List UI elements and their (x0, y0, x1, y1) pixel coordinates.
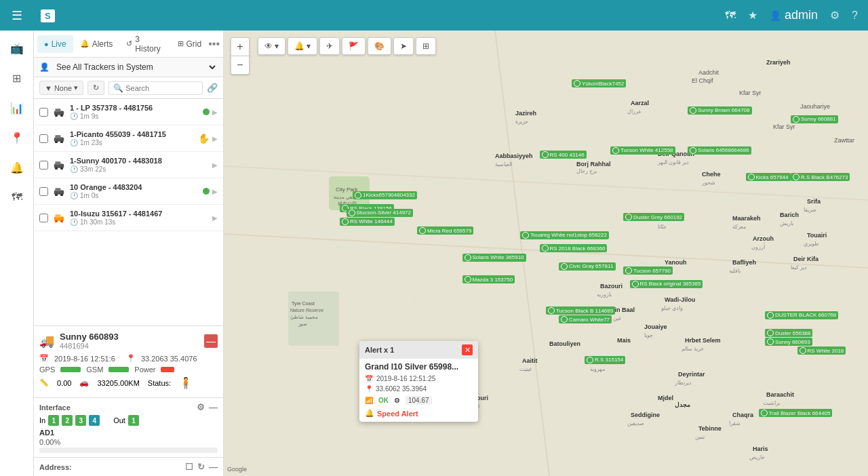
map-marker[interactable]: Sunny Brown 664708 (688, 106, 752, 115)
map-marker[interactable]: RS Black original 385385 (630, 280, 703, 288)
map-tool-send[interactable]: ✈ (319, 37, 340, 55)
iconbar-map[interactable]: 🗺 (5, 185, 29, 210)
tracker-item[interactable]: 10-Isuzu 315617 - 4481467 🕐 1h 30m 13s ▶ (34, 205, 223, 231)
svg-text:جنّاتا: جنّاتا (658, 224, 667, 230)
map-marker[interactable]: Sunny 660893 (765, 338, 812, 346)
map-marker[interactable]: Tucson White 412558 (610, 146, 675, 155)
tab-history[interactable]: ↺ 3 History (119, 31, 170, 58)
address-refresh-icon[interactable]: ↻ (197, 462, 205, 472)
tracker-checkbox[interactable] (39, 214, 48, 222)
map-marker[interactable]: Trail Blazer Black 664405 (759, 409, 833, 417)
map-tool-compass[interactable]: ➤ (393, 37, 414, 55)
map-marker[interactable]: RS White 146444 (340, 218, 395, 226)
map-marker[interactable]: Solaris 64568664686 (688, 146, 751, 155)
tracker-item[interactable]: 10 Orange - 4483204 🕐 1m 0s ▶ (34, 178, 223, 205)
address-collapse-icon[interactable]: — (209, 462, 218, 472)
tracker-name: 10-Isuzu 315617 - 4481467 (70, 210, 210, 218)
detail-datetime-row: 📅 2019-8-16 12:51:6 📍 33.2063 35.4076 (39, 354, 218, 363)
map-marker[interactable]: Tucson Black B 114689 (546, 306, 615, 315)
star-icon[interactable]: ★ (748, 9, 757, 22)
tab-alerts[interactable]: 🔔 Alerts (73, 35, 120, 53)
map-marker[interactable]: 1Kicks657904804332 (353, 191, 417, 199)
map-marker[interactable]: Duster Grey 660192 (623, 213, 684, 221)
iconbar-chart[interactable]: 📊 (5, 96, 29, 120)
settings-icon[interactable]: ⚙ (830, 9, 840, 22)
zoom-out-button[interactable]: − (231, 56, 250, 75)
svg-text:بازوريه: بازوريه (597, 292, 612, 298)
tracker-info: 1 - LP 357378 - 4481756 🕐 1m 9s (70, 104, 200, 120)
detail-collapse-button[interactable]: — (204, 334, 218, 348)
map-icon[interactable]: 🗺 (725, 9, 736, 22)
tracker-selector[interactable]: 👤 See All Trackers in System (34, 58, 223, 77)
map-marker[interactable]: Solaris White 365910 (462, 254, 526, 262)
tracker-info: 10-Isuzu 315617 - 4481467 🕐 1h 30m 13s (70, 210, 210, 226)
tracker-item[interactable]: 1-Picanto 455039 - 4481715 🕐 1m 23s ✋ ▶ (34, 125, 223, 152)
svg-text:خربة سالم: خربة سالم (682, 346, 704, 352)
search-box[interactable]: 🔍 (108, 81, 203, 95)
iconbar-monitor[interactable]: 📺 (5, 36, 29, 60)
in-badge-4[interactable]: 4 (89, 415, 100, 426)
link-icon[interactable]: 🔗 (207, 83, 218, 93)
map-marker[interactable]: RS 400 43146 (540, 151, 587, 159)
hamburger-menu[interactable]: ☰ (0, 0, 34, 31)
map-marker[interactable]: Sunny 660881 (791, 115, 838, 123)
map-tool-layers[interactable]: ⊞ (416, 37, 436, 55)
map-tool-flag[interactable]: 🚩 (342, 37, 366, 55)
interface-collapse-icon[interactable]: — (209, 402, 218, 412)
map-marker[interactable]: Civic Gray 657811 (559, 262, 616, 271)
svg-text:Yanouh: Yanouh (665, 259, 687, 266)
svg-text:جزيرة: جزيرة (515, 119, 528, 125)
tracker-select[interactable]: See All Trackers in System (54, 62, 218, 73)
map-marker[interactable]: R.S 315154 (585, 356, 625, 364)
tab-live[interactable]: ● Live (37, 35, 73, 53)
tracker-checkbox[interactable] (39, 161, 48, 170)
tracker-checkbox[interactable] (39, 134, 48, 143)
map-marker[interactable]: YükonIBlack7452 (572, 79, 626, 87)
address-checkbox-icon[interactable]: ☐ (185, 462, 193, 472)
gps-bar (60, 367, 81, 372)
map-marker[interactable]: RS White 2018 (797, 346, 846, 355)
map-marker[interactable]: RS 2018 Black 668366 (540, 244, 608, 252)
svg-rect-5 (55, 135, 60, 138)
in-badge-1[interactable]: 1 (48, 415, 59, 426)
iconbar-alert[interactable]: 🔔 (5, 155, 29, 180)
refresh-button[interactable]: ↻ (87, 81, 104, 95)
map-marker[interactable]: Stucson-Silver 414972 (347, 209, 414, 217)
map-marker[interactable]: Touareg White nol1stop 658222 (520, 231, 609, 239)
in-badge-3[interactable]: 3 (75, 415, 86, 426)
map-tool-eye[interactable]: 👁 ▾ (258, 37, 285, 55)
map-marker[interactable]: Micra Red 659579 (417, 226, 473, 235)
map-tool-palette[interactable]: 🎨 (368, 37, 391, 55)
map-marker[interactable]: Mazda 3 153750 (462, 275, 515, 283)
help-icon[interactable]: ? (852, 9, 858, 22)
interface-settings-icon[interactable]: ⚙ (197, 402, 205, 412)
tracker-item[interactable]: 1-Sunny 400170 - 4483018 🕐 33m 22s ▶ (34, 152, 223, 178)
svg-text:العباسية: العباسية (495, 161, 512, 167)
map-marker[interactable]: Camaro White77 (559, 315, 612, 323)
zoom-in-button[interactable]: + (231, 37, 250, 56)
user-menu[interactable]: 👤 admin (770, 8, 818, 22)
svg-text:Haris: Haris (753, 445, 768, 452)
tracker-checkbox[interactable] (39, 108, 48, 117)
iconbar-grid[interactable]: ⊞ (5, 66, 29, 90)
map-marker[interactable]: Tucson 657790 (623, 266, 673, 275)
tracker-checkbox[interactable] (39, 187, 48, 196)
svg-text:Hrbet Selem: Hrbet Selem (685, 337, 721, 344)
alert-close-button[interactable]: ✕ (462, 344, 473, 355)
tabbar: ● Live 🔔 Alerts ↺ 3 History ⊞ Grid ••• (34, 31, 223, 58)
tracker-item[interactable]: 1 - LP 357378 - 4481756 🕐 1m 9s ▶ (34, 99, 223, 125)
search-input[interactable] (125, 84, 198, 92)
tab-grid[interactable]: ⊞ Grid (171, 35, 209, 53)
out-badge-1[interactable]: 1 (128, 415, 139, 426)
svg-text:براشيت: براشيت (763, 400, 780, 406)
map-marker[interactable]: Duster 656388 (765, 329, 812, 337)
filter-button[interactable]: ▼ None ▾ (39, 81, 83, 95)
map-tool-alert[interactable]: 🔔 ▾ (288, 37, 317, 55)
detail-speed: 0.00 (57, 379, 71, 387)
map-marker[interactable]: DUSTER BLACK 660768 (765, 311, 838, 319)
iconbar-route[interactable]: 📍 (5, 125, 29, 150)
map-marker[interactable]: R.S Black B476273 (791, 173, 850, 181)
tab-more[interactable]: ••• (208, 38, 220, 50)
in-badge-2[interactable]: 2 (62, 415, 73, 426)
map-marker[interactable]: Kicks 657944 (746, 173, 791, 181)
